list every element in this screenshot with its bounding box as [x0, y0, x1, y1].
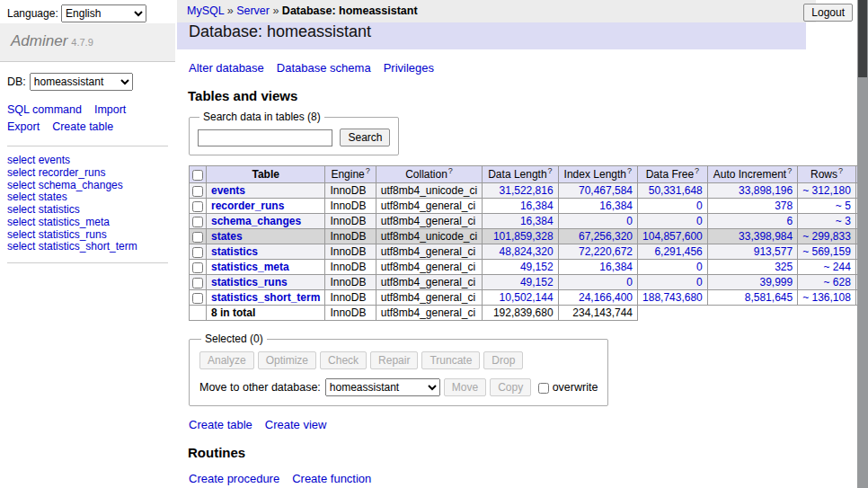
sidebar-select-statistics-meta[interactable]: select statistics_meta	[7, 216, 168, 228]
sidebar-select-recorder-runs[interactable]: select recorder_runs	[7, 166, 168, 179]
sidebar-link-create-table[interactable]: Create table	[52, 120, 113, 133]
create-view-link[interactable]: Create view	[265, 418, 327, 431]
vertical-scrollbar[interactable]	[857, 0, 868, 488]
index-length-link[interactable]: 67,256,320	[579, 230, 633, 243]
table-name-link[interactable]: statistics_short_term	[211, 291, 320, 304]
index-length-link[interactable]: 72,220,672	[579, 245, 633, 258]
search-button[interactable]: Search	[340, 129, 390, 146]
rows-link[interactable]: ~ 5	[836, 200, 851, 212]
data-free-link[interactable]: 0	[696, 215, 703, 227]
db-select[interactable]: homeassistant	[30, 73, 133, 91]
auto-increment-link[interactable]: 8,581,645	[745, 291, 793, 304]
data-free-link[interactable]: 0	[696, 200, 703, 212]
auto-increment-link[interactable]: 913,577	[754, 245, 793, 258]
breadcrumb-link-mysql[interactable]: MySQL	[187, 4, 224, 17]
index-length-link[interactable]: 0	[626, 276, 633, 288]
move-db-select[interactable]: homeassistant	[325, 378, 440, 396]
move-button[interactable]: Move	[444, 378, 486, 396]
help-icon[interactable]: ?	[627, 166, 632, 175]
table-name-link[interactable]: statistics	[211, 245, 258, 258]
data-free-link[interactable]: 188,743,680	[642, 291, 703, 304]
sidebar-link-import[interactable]: Import	[94, 103, 126, 116]
data-free-link[interactable]: 6,291,456	[654, 245, 702, 258]
data-length-link[interactable]: 31,522,816	[500, 184, 554, 197]
sidebar-select-statistics-short-term[interactable]: select statistics_short_term	[7, 241, 168, 253]
rows-link[interactable]: ~ 299,833	[802, 230, 851, 243]
table-name-link[interactable]: events	[211, 184, 245, 197]
index-length-link[interactable]: 70,467,584	[579, 184, 633, 197]
language-select[interactable]: English	[61, 4, 146, 22]
drop-button[interactable]: Drop	[483, 351, 523, 369]
database-schema-link[interactable]: Database schema	[277, 61, 371, 75]
sidebar-select-statistics-runs[interactable]: select statistics_runs	[7, 228, 168, 241]
sidebar-select-statistics[interactable]: select statistics	[7, 204, 168, 217]
data-free-link[interactable]: 104,857,600	[642, 230, 703, 243]
table-name-link[interactable]: statistics_runs	[211, 276, 288, 288]
analyze-button[interactable]: Analyze	[199, 351, 254, 369]
help-icon[interactable]: ?	[448, 166, 453, 175]
row-checkbox[interactable]	[192, 186, 203, 197]
table-name-link[interactable]: schema_changes	[211, 215, 301, 227]
sidebar-link-export[interactable]: Export	[7, 120, 40, 133]
help-icon[interactable]: ?	[838, 166, 843, 175]
breadcrumb-link-server[interactable]: Server	[236, 4, 270, 17]
help-icon[interactable]: ?	[787, 166, 792, 175]
overwrite-label[interactable]: overwrite	[553, 381, 598, 394]
data-length-link[interactable]: 10,502,144	[500, 291, 554, 304]
table-name-link[interactable]: statistics_meta	[211, 261, 289, 273]
table-name-link[interactable]: recorder_runs	[211, 200, 284, 212]
data-length-link[interactable]: 16,384	[520, 200, 554, 212]
help-icon[interactable]: ?	[366, 166, 370, 175]
select-all-checkbox[interactable]	[192, 170, 203, 181]
rows-link[interactable]: ~ 244	[824, 261, 851, 273]
row-checkbox[interactable]	[192, 293, 203, 304]
search-input[interactable]	[198, 129, 332, 146]
row-checkbox[interactable]	[192, 201, 203, 212]
overwrite-checkbox[interactable]	[538, 383, 549, 394]
rows-link[interactable]: ~ 569,159	[802, 245, 851, 258]
auto-increment-link[interactable]: 325	[775, 261, 793, 273]
row-checkbox[interactable]	[192, 262, 203, 273]
optimize-button[interactable]: Optimize	[258, 351, 316, 369]
create-procedure-link[interactable]: Create procedure	[189, 472, 279, 485]
repair-button[interactable]: Repair	[370, 351, 418, 369]
app-logo[interactable]: Adminer	[11, 32, 67, 49]
index-length-link[interactable]: 0	[626, 215, 633, 227]
index-length-link[interactable]: 24,166,400	[579, 291, 633, 304]
index-length-link[interactable]: 16,384	[599, 261, 633, 273]
rows-link[interactable]: ~ 628	[824, 276, 851, 288]
data-length-link[interactable]: 16,384	[520, 215, 554, 227]
sidebar-select-events[interactable]: select events	[7, 155, 168, 167]
rows-link[interactable]: ~ 136,108	[802, 291, 851, 304]
data-length-link[interactable]: 49,152	[520, 276, 554, 288]
index-length-link[interactable]: 16,384	[599, 200, 633, 212]
data-length-link[interactable]: 101,859,328	[493, 230, 554, 243]
auto-increment-link[interactable]: 33,398,984	[739, 230, 793, 243]
rows-link[interactable]: ~ 3	[836, 215, 851, 227]
data-length-link[interactable]: 48,824,320	[500, 245, 554, 258]
alter-database-link[interactable]: Alter database	[189, 61, 264, 75]
check-button[interactable]: Check	[320, 351, 367, 369]
sidebar-link-sql-command[interactable]: SQL command	[7, 103, 82, 116]
row-checkbox[interactable]	[192, 232, 203, 243]
create-table-link[interactable]: Create table	[189, 418, 252, 431]
sidebar-select-schema-changes[interactable]: select schema_changes	[7, 179, 168, 191]
row-checkbox[interactable]	[192, 217, 203, 227]
data-free-link[interactable]: 0	[696, 261, 703, 273]
help-icon[interactable]: ?	[548, 166, 553, 175]
row-checkbox[interactable]	[192, 278, 203, 288]
auto-increment-link[interactable]: 39,999	[759, 276, 793, 288]
table-name-link[interactable]: states	[211, 230, 243, 243]
data-free-link[interactable]: 0	[696, 276, 703, 288]
sidebar-select-states[interactable]: select states	[7, 191, 168, 204]
copy-button[interactable]: Copy	[490, 378, 531, 396]
auto-increment-link[interactable]: 6	[786, 215, 793, 227]
auto-increment-link[interactable]: 33,898,196	[739, 184, 793, 197]
data-free-link[interactable]: 50,331,648	[649, 184, 703, 197]
truncate-button[interactable]: Truncate	[421, 351, 480, 369]
help-icon[interactable]: ?	[695, 166, 699, 175]
row-checkbox[interactable]	[192, 247, 203, 258]
rows-link[interactable]: ~ 312,180	[802, 184, 851, 197]
logout-button[interactable]: Logout	[803, 4, 853, 22]
scrollbar-thumb[interactable]	[858, 0, 867, 77]
